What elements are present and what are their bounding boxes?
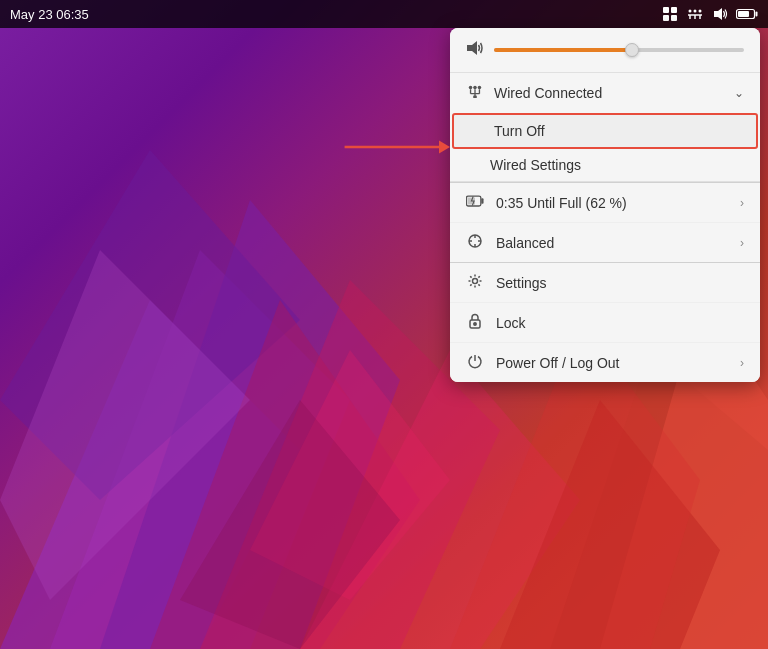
wired-network-icon [466,83,484,103]
svg-rect-24 [738,11,749,17]
wired-settings-button[interactable]: Wired Settings [450,149,760,182]
dropdown-panel: Wired Connected ⌄ Turn Off Wired Setting… [450,28,760,382]
volume-slider-thumb [625,43,639,57]
app-grid-icon[interactable] [662,6,678,22]
battery-arrow-icon: › [740,196,744,210]
svg-rect-23 [756,12,758,17]
topbar-left: May 23 06:35 [10,7,89,22]
power-off-menu-item[interactable]: Power Off / Log Out › [450,343,760,382]
datetime-display: May 23 06:35 [10,7,89,22]
turn-off-button[interactable]: Turn Off [452,113,758,149]
network-topbar-icon[interactable] [686,7,704,21]
svg-point-30 [478,86,482,90]
power-off-arrow-icon: › [740,356,744,370]
svg-point-20 [699,10,702,13]
turn-off-label: Turn Off [494,123,545,139]
volume-slider-container[interactable] [494,48,744,52]
balanced-menu-item[interactable]: Balanced › [450,223,760,263]
lock-icon [466,313,484,332]
svg-rect-14 [663,7,669,13]
topbar: May 23 06:35 [0,0,768,28]
power-off-icon [466,353,484,372]
wired-connected-header[interactable]: Wired Connected ⌄ [450,73,760,113]
svg-point-47 [474,323,476,325]
svg-marker-21 [714,8,722,20]
svg-rect-17 [671,15,677,21]
settings-icon [466,273,484,292]
svg-point-19 [694,10,697,13]
svg-point-29 [473,86,477,90]
svg-point-18 [689,10,692,13]
svg-rect-38 [481,198,483,203]
chevron-down-icon: ⌄ [734,86,744,100]
battery-status-label: 0:35 Until Full (62 %) [496,195,728,211]
volume-topbar-icon[interactable] [712,7,728,21]
balanced-arrow-icon: › [740,236,744,250]
svg-point-28 [469,86,473,90]
power-off-label: Power Off / Log Out [496,355,728,371]
settings-menu-item[interactable]: Settings [450,263,760,303]
settings-label: Settings [496,275,744,291]
power-mode-icon [466,233,484,252]
battery-menu-item[interactable]: 0:35 Until Full (62 %) › [450,183,760,223]
volume-icon [466,40,484,60]
battery-menu-icon [466,193,484,212]
svg-marker-26 [439,141,450,154]
svg-marker-27 [467,41,477,55]
lock-menu-item[interactable]: Lock [450,303,760,343]
lock-label: Lock [496,315,744,331]
svg-point-45 [473,279,478,284]
wired-connected-label: Wired Connected [494,85,724,101]
svg-rect-15 [671,7,677,13]
topbar-right [662,6,758,22]
volume-slider-track [494,48,744,52]
battery-topbar-icon[interactable] [736,8,758,20]
wired-settings-label: Wired Settings [490,157,581,173]
volume-row [450,28,760,73]
arrow-annotation [340,132,450,166]
volume-slider-fill [494,48,632,52]
balanced-label: Balanced [496,235,728,251]
svg-rect-36 [473,95,477,98]
svg-rect-16 [663,15,669,21]
